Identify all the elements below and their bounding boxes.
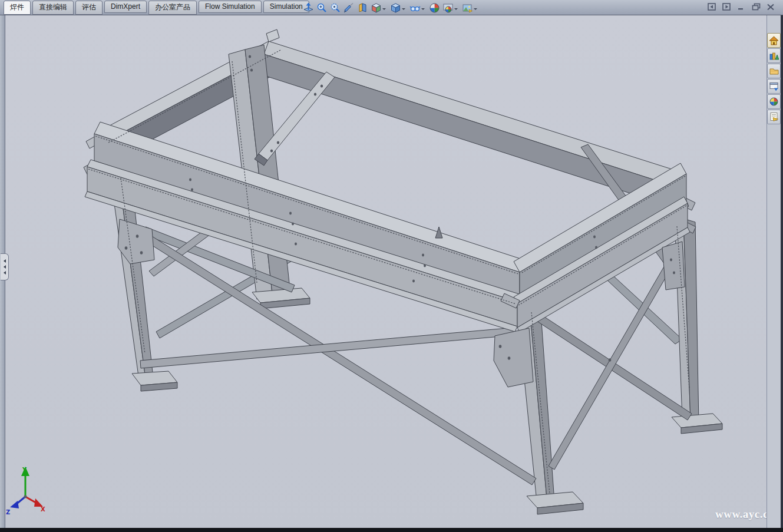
zoom-to-area-icon [316,2,328,14]
task-pane-file-explorer-button[interactable] [767,64,781,78]
pane-left-icon [708,3,716,11]
minimize-icon [737,4,745,11]
axis-z-label: Z [6,509,10,516]
edit-appearance-icon [429,2,440,14]
heads-up-view-toolbar [302,1,480,15]
display-pane-icon [357,2,368,14]
close-icon [767,4,775,11]
zoom-to-fit-icon [330,2,341,14]
solidworks-window: Y X Z www.ayc.cn 焊件 直接编辑 评估 DimXpert 办公室… [0,0,783,532]
close-button[interactable] [765,2,776,11]
pane-right-icon [722,3,731,11]
section-view-button[interactable] [342,1,356,14]
tab-weldments[interactable]: 焊件 [4,1,31,15]
view-settings-icon [462,2,473,14]
home-icon [769,35,779,45]
pane-left-button[interactable] [706,2,717,11]
task-pane-resources-button[interactable] [767,33,781,48]
command-tabs: 焊件 直接编辑 评估 DimXpert 办公室产品 Flow Simulatio… [4,1,311,15]
task-pane-view-palette-button[interactable] [767,79,781,94]
display-style-icon [390,2,401,14]
view-settings-dropdown[interactable] [474,8,477,12]
restore-button[interactable] [751,2,761,11]
tab-direct-editing[interactable]: 直接编辑 [32,1,74,15]
apply-scene-icon [442,2,454,14]
axis-x-label: X [41,506,45,513]
graphics-viewport[interactable]: Y X Z [0,0,783,532]
edit-appearance-button[interactable] [428,1,441,14]
view-orientation-dropdown[interactable] [382,8,386,12]
folder-icon [769,66,779,76]
window-right-edge [781,15,783,532]
tab-evaluate[interactable]: 评估 [75,1,103,15]
chevron-left-icon [2,259,6,263]
section-view-icon [343,2,355,14]
apply-scene-dropdown[interactable] [454,8,458,12]
axis-y-label: Y [22,467,27,473]
hide-show-items-icon [409,2,421,14]
window-bottom-edge [0,528,783,532]
hide-show-items-button[interactable] [408,1,428,14]
appearances-sphere-icon [769,97,779,107]
zoom-to-fit-button[interactable] [329,1,342,14]
chevron-left-icon [2,265,6,269]
bolt-hole [609,358,612,361]
normal-to-button[interactable] [302,1,315,14]
apply-scene-button[interactable] [441,1,461,14]
tab-flow-simulation[interactable]: Flow Simulation [199,1,262,13]
panel-expand-tab[interactable] [1,253,9,280]
tab-office-products[interactable]: 办公室产品 [148,1,197,15]
display-style-dropdown[interactable] [402,8,405,12]
chevron-left-icon [2,271,6,275]
view-palette-icon [769,81,779,91]
restore-icon [752,3,761,11]
display-pane-button[interactable] [356,1,369,14]
task-pane-appearances-button[interactable] [767,94,781,109]
display-style-button[interactable] [389,1,408,14]
custom-properties-icon [769,112,779,122]
task-pane [767,15,781,528]
pane-right-button[interactable] [721,2,732,11]
task-pane-custom-properties-button[interactable] [767,110,781,124]
design-library-icon [769,51,779,61]
window-controls [706,2,776,11]
task-pane-design-library-button[interactable] [767,48,781,63]
hide-show-items-dropdown[interactable] [421,8,425,12]
minimize-button[interactable] [736,2,746,11]
watermark: www.ayc.cn [715,508,775,521]
view-settings-button[interactable] [461,1,480,14]
normal-to-icon [303,2,314,14]
zoom-to-area-button[interactable] [315,1,329,14]
tab-dimxpert[interactable]: DimXpert [104,1,147,13]
command-bar: 焊件 直接编辑 评估 DimXpert 办公室产品 Flow Simulatio… [0,0,783,15]
view-orientation-icon [371,2,382,14]
view-orientation-button[interactable] [369,1,389,14]
